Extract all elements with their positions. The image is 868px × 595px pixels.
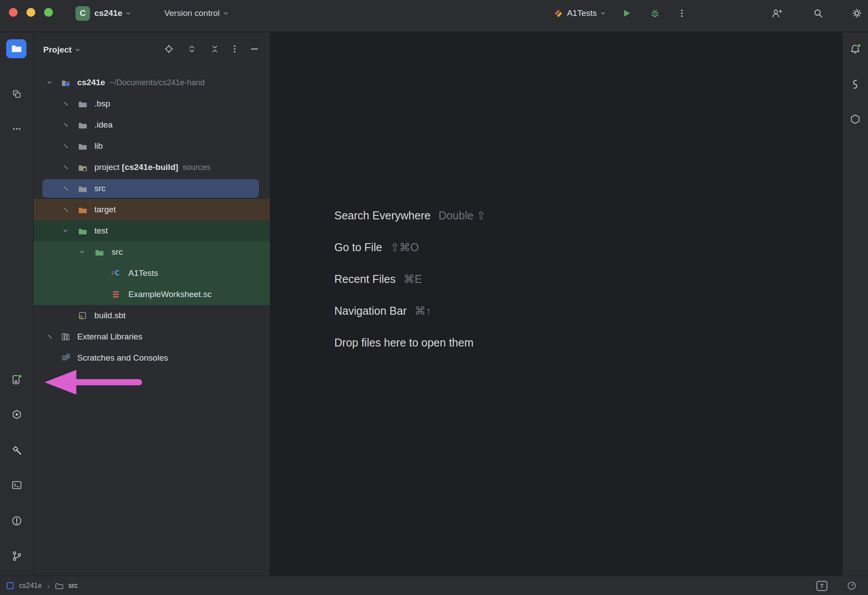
scratches-icon — [61, 354, 70, 362]
chevron-down-icon[interactable] — [223, 10, 229, 16]
sbt-icon — [78, 311, 87, 320]
chevron-right-icon[interactable] — [46, 334, 52, 340]
chevron-down-icon[interactable] — [46, 79, 52, 86]
tree-row-external-libraries[interactable]: External Libraries — [34, 326, 270, 347]
folder-test-icon — [78, 226, 87, 235]
tree-row-build-sbt[interactable]: build.sbt — [34, 305, 270, 326]
tree-row-label: cs241e~/Documents/cs241e-hand — [77, 78, 205, 87]
tree-row-target[interactable]: target — [34, 199, 270, 220]
svg-text:C: C — [115, 269, 120, 277]
chevron-down-icon[interactable] — [600, 10, 606, 16]
settings-gear-icon[interactable] — [852, 8, 862, 18]
chevron-right-icon[interactable] — [62, 122, 68, 128]
code-with-me-button[interactable] — [772, 8, 782, 18]
shortcut-hint-row: Navigation Bar⌘↑ — [334, 295, 486, 327]
breadcrumb-project[interactable]: cs241e — [19, 582, 42, 590]
status-indicator-icon[interactable] — [847, 581, 857, 591]
panel-options-icon[interactable] — [233, 44, 236, 56]
chevron-right-icon[interactable] — [62, 207, 68, 213]
tree-row-test-src[interactable]: src — [34, 241, 270, 263]
tree-row-lib[interactable]: lib — [34, 136, 270, 157]
tree-row-label: project [cs241e-build]sources — [94, 162, 210, 172]
tree-row-bsp[interactable]: .bsp — [34, 93, 270, 114]
tree-row-idea[interactable]: .idea — [34, 114, 270, 136]
more-actions-button[interactable] — [680, 8, 684, 18]
services-icon[interactable] — [11, 409, 22, 420]
close-window-button[interactable] — [9, 8, 18, 17]
project-icon[interactable]: C — [75, 6, 90, 21]
project-module-icon — [7, 582, 14, 589]
problems-icon[interactable] — [11, 516, 22, 526]
shortcut-hint-row: Drop files here to open them — [334, 327, 486, 358]
shortcut-label: Go to File — [334, 241, 382, 254]
chevron-right-icon[interactable] — [62, 143, 68, 149]
tree-row-label: .bsp — [94, 99, 110, 109]
shortcut-hint-row: Search EverywhereDouble ⇧ — [334, 200, 486, 231]
shortcut-keys: ⌘E — [404, 273, 422, 286]
build-hammer-icon[interactable] — [11, 445, 22, 456]
ai-assistant-icon[interactable] — [850, 79, 861, 90]
shortcut-hint-row: Recent Files⌘E — [334, 263, 486, 295]
git-branch-icon[interactable] — [11, 551, 22, 561]
tree-row-test[interactable]: test — [34, 220, 270, 241]
project-tool-window-button[interactable] — [6, 39, 26, 58]
expand-all-icon[interactable] — [187, 44, 197, 56]
shortcut-label: Recent Files — [334, 273, 396, 286]
notifications-bell-icon[interactable] — [850, 44, 861, 54]
chevron-down-icon[interactable] — [62, 228, 68, 234]
type-info-badge[interactable]: T — [816, 581, 827, 591]
tree-row-example-worksheet[interactable]: ExampleWorksheet.sc — [34, 284, 270, 305]
chevron-right-icon[interactable] — [62, 185, 68, 192]
run-configuration-selector[interactable]: A1Tests — [567, 8, 597, 18]
selection-highlight — [42, 179, 259, 198]
folder-excluded-icon — [78, 205, 87, 214]
hexagon-tool-icon[interactable] — [850, 114, 861, 124]
folder-build-icon — [78, 163, 87, 172]
chevron-down-icon[interactable] — [125, 10, 131, 16]
folder-icon — [78, 121, 87, 129]
tree-row-scratches[interactable]: Scratches and Consoles — [34, 347, 270, 369]
running-devices-icon[interactable] — [11, 374, 22, 385]
project-panel-title[interactable]: Project — [43, 45, 71, 55]
more-tool-windows-icon[interactable] — [11, 124, 22, 134]
shortcut-hint-row: Go to File⇧⌘O — [334, 231, 486, 263]
project-panel-header: Project — [34, 38, 270, 61]
tree-row-label: Scratches and Consoles — [77, 353, 168, 363]
terminal-icon[interactable] — [11, 480, 22, 490]
debug-button[interactable] — [650, 8, 660, 18]
folder-icon — [78, 184, 87, 193]
shortcut-keys: Double ⇧ — [438, 209, 486, 222]
tree-row-root[interactable]: cs241e~/Documents/cs241e-hand — [34, 72, 270, 93]
worksheet-icon — [112, 290, 120, 299]
shortcut-label: Search Everywhere — [334, 209, 430, 222]
folder-icon — [55, 582, 63, 589]
locate-file-icon[interactable] — [164, 44, 174, 56]
chevron-right-icon[interactable] — [62, 164, 68, 170]
chevron-down-icon[interactable] — [79, 249, 85, 255]
folder-icon — [78, 142, 87, 151]
chevron-down-icon[interactable] — [75, 47, 81, 53]
tree-row-src[interactable]: src — [34, 178, 270, 199]
shortcut-keys: ⇧⌘O — [390, 241, 419, 254]
hide-panel-icon[interactable] — [250, 44, 259, 56]
search-everywhere-button[interactable] — [813, 8, 823, 18]
version-control-menu[interactable]: Version control — [164, 8, 220, 18]
tree-row-label: target — [94, 205, 116, 215]
folder-icon — [78, 99, 87, 108]
minimize-window-button[interactable] — [26, 8, 35, 17]
run-button[interactable] — [622, 8, 632, 18]
collapse-all-icon[interactable] — [210, 44, 220, 56]
folder-icon — [11, 43, 22, 55]
tree-row-label: ExampleWorksheet.sc — [128, 290, 212, 299]
tree-row-label: lib — [94, 141, 103, 151]
tree-row-a1tests[interactable]: CA1Tests — [34, 263, 270, 284]
breadcrumb-separator-icon: › — [47, 582, 50, 590]
tree-row-label: build.sbt — [94, 311, 126, 320]
tree-row-project-build[interactable]: project [cs241e-build]sources — [34, 157, 270, 178]
scala-class-icon: C — [112, 269, 120, 278]
structure-icon[interactable] — [11, 89, 22, 99]
zoom-window-button[interactable] — [44, 8, 53, 17]
breadcrumb-folder[interactable]: src — [68, 582, 78, 590]
chevron-right-icon[interactable] — [62, 101, 68, 107]
project-name-menu[interactable]: cs241e — [94, 8, 122, 18]
